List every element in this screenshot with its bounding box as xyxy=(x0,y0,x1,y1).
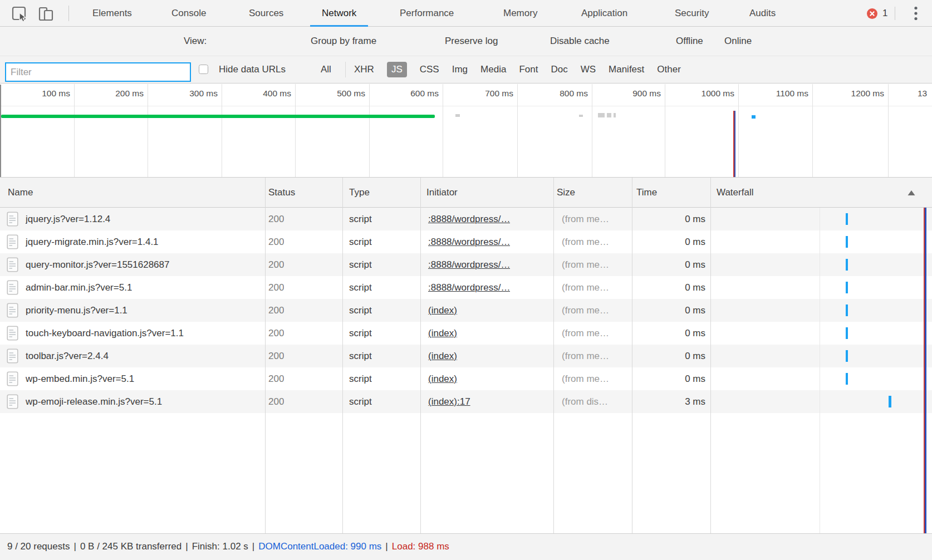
filter-pill-other[interactable]: Other xyxy=(653,62,685,77)
column-divider[interactable] xyxy=(553,178,554,533)
column-divider[interactable] xyxy=(265,178,266,533)
request-initiator[interactable]: :8888/wordpress/… xyxy=(428,276,510,299)
request-initiator[interactable]: :8888/wordpress/… xyxy=(428,208,510,230)
preserve-log-label[interactable]: Preserve log xyxy=(445,27,498,56)
column-header-time[interactable]: Time xyxy=(636,178,657,207)
script-file-icon xyxy=(7,303,18,318)
error-count[interactable]: 1 xyxy=(882,0,887,27)
hide-data-urls-label[interactable]: Hide data URLs xyxy=(219,56,286,83)
ruler-baseline xyxy=(0,106,932,106)
request-initiator[interactable]: (index) xyxy=(428,367,457,390)
ruler-gridline xyxy=(295,84,296,178)
column-header-initiator[interactable]: Initiator xyxy=(426,178,458,207)
request-status: 200 xyxy=(268,208,284,230)
separator: | xyxy=(185,541,188,552)
kebab-menu-icon[interactable] xyxy=(914,6,918,21)
filter-pill-js[interactable]: JS xyxy=(387,62,407,77)
table-row[interactable]: jquery-migrate.min.js?ver=1.4.1200script… xyxy=(0,230,932,253)
filter-pill-media[interactable]: Media xyxy=(476,62,511,77)
tab-elements[interactable]: Elements xyxy=(81,0,144,25)
column-divider[interactable] xyxy=(710,178,711,533)
request-status: 200 xyxy=(268,322,284,345)
script-file-icon xyxy=(7,394,18,409)
filter-input[interactable] xyxy=(5,62,191,82)
request-initiator[interactable]: :8888/wordpress/… xyxy=(428,230,510,253)
tab-security[interactable]: Security xyxy=(663,0,720,25)
timeline-overview[interactable]: 100 ms200 ms300 ms400 ms500 ms600 ms700 … xyxy=(0,83,932,178)
ruler-tick-label: 900 ms xyxy=(594,83,661,104)
hide-data-urls-checkbox[interactable] xyxy=(199,65,208,74)
filter-pill-manifest[interactable]: Manifest xyxy=(604,62,649,77)
ruler-gridline xyxy=(888,84,889,178)
tab-console[interactable]: Console xyxy=(160,0,218,25)
sort-asc-icon[interactable] xyxy=(908,190,915,195)
tab-audits[interactable]: Audits xyxy=(738,0,787,25)
tab-network[interactable]: Network xyxy=(310,0,368,27)
ruler-gridline xyxy=(812,84,813,178)
request-time: 0 ms xyxy=(632,253,705,276)
request-time: 0 ms xyxy=(632,276,705,299)
table-row[interactable]: wp-embed.min.js?ver=5.1200script(index)(… xyxy=(0,367,932,390)
table-row[interactable]: touch-keyboard-navigation.js?ver=1.1200s… xyxy=(0,322,932,345)
filter-pill-all[interactable]: All xyxy=(321,56,331,83)
separator: | xyxy=(385,541,387,552)
throttling-select[interactable]: Online xyxy=(724,27,752,56)
column-header-status[interactable]: Status xyxy=(268,178,295,207)
request-type: script xyxy=(349,299,372,322)
table-row[interactable]: admin-bar.min.js?ver=5.1200script:8888/w… xyxy=(0,276,932,299)
request-initiator[interactable]: (index) xyxy=(428,322,457,345)
waterfall-tick xyxy=(889,396,891,407)
column-header-size[interactable]: Size xyxy=(557,178,575,207)
table-row[interactable]: wp-emoji-release.min.js?ver=5.1200script… xyxy=(0,390,932,413)
table-row[interactable]: priority-menu.js?ver=1.1200script(index)… xyxy=(0,299,932,322)
disable-cache-label[interactable]: Disable cache xyxy=(550,27,610,56)
request-type: script xyxy=(349,390,372,413)
ruler-tick-label: 1000 ms xyxy=(668,83,734,104)
request-name: admin-bar.min.js?ver=5.1 xyxy=(26,276,132,299)
column-divider[interactable] xyxy=(632,178,632,533)
script-file-icon xyxy=(7,348,18,363)
inspect-icon[interactable] xyxy=(12,6,28,22)
ruler-tick-label: 500 ms xyxy=(298,83,365,104)
filter-pill-font[interactable]: Font xyxy=(514,62,542,77)
offline-label[interactable]: Offline xyxy=(676,27,703,56)
error-badge-icon[interactable] xyxy=(866,8,878,19)
ruler-tick-label: 1200 ms xyxy=(817,83,884,104)
request-time: 0 ms xyxy=(632,345,705,367)
table-row[interactable]: toolbar.js?ver=2.4.4200script(index)(fro… xyxy=(0,345,932,367)
request-status: 200 xyxy=(268,276,284,299)
request-initiator[interactable]: (index):17 xyxy=(428,390,470,413)
request-initiator[interactable]: (index) xyxy=(428,299,457,322)
dom-content-loaded-time: DOMContentLoaded: 990 ms xyxy=(258,541,381,552)
tab-application[interactable]: Application xyxy=(570,0,639,25)
filter-pill-xhr[interactable]: XHR xyxy=(350,62,379,77)
filter-pill-doc[interactable]: Doc xyxy=(546,62,572,77)
column-header-waterfall[interactable]: Waterfall xyxy=(717,178,753,207)
tab-performance[interactable]: Performance xyxy=(388,0,465,25)
group-by-frame-label[interactable]: Group by frame xyxy=(311,27,376,56)
resource-type-pills: XHRJSCSSImgMediaFontDocWSManifestOther xyxy=(354,56,681,83)
request-time: 0 ms xyxy=(632,230,705,253)
request-size: (from me… xyxy=(562,367,609,390)
load-time: Load: 988 ms xyxy=(392,541,449,552)
request-initiator[interactable]: (index) xyxy=(428,345,457,367)
request-time: 0 ms xyxy=(632,299,705,322)
network-filterbar: Hide data URLs All XHRJSCSSImgMediaFontD… xyxy=(0,56,932,83)
finish-time: Finish: 1.02 s xyxy=(192,541,248,552)
column-divider[interactable] xyxy=(420,178,421,533)
tab-memory[interactable]: Memory xyxy=(492,0,549,25)
filter-pill-css[interactable]: CSS xyxy=(415,62,444,77)
tab-sources[interactable]: Sources xyxy=(237,0,295,25)
ruler-tick-label: 600 ms xyxy=(372,83,439,104)
column-header-type[interactable]: Type xyxy=(349,178,370,207)
table-row[interactable]: query-monitor.js?ver=1551628687200script… xyxy=(0,253,932,276)
ruler-tick-label: 1100 ms xyxy=(742,83,808,104)
device-toolbar-icon[interactable] xyxy=(38,6,55,22)
request-size: (from me… xyxy=(562,276,609,299)
column-divider[interactable] xyxy=(342,178,343,533)
filter-pill-ws[interactable]: WS xyxy=(576,62,600,77)
request-initiator[interactable]: :8888/wordpress/… xyxy=(428,253,510,276)
column-header-name[interactable]: Name xyxy=(8,178,33,207)
table-row[interactable]: jquery.js?ver=1.12.4200script:8888/wordp… xyxy=(0,208,932,230)
filter-pill-img[interactable]: Img xyxy=(448,62,472,77)
